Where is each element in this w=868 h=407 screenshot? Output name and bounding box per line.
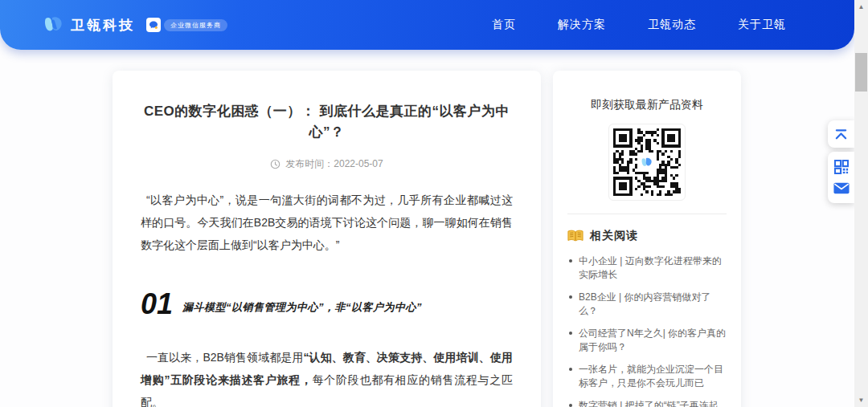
nav-item-solutions[interactable]: 解决方案 [558,18,606,32]
related-item[interactable]: 数字营销 | 把掉了的“链”子再连起来 [567,399,727,407]
logo[interactable]: 卫瓴科技 [44,16,135,35]
nav-item-news[interactable]: 卫瓴动态 [648,18,696,32]
top-navbar: 卫瓴科技 企业微信服务商 首页 解决方案 卫瓴动态 关于卫瓴 [0,0,854,50]
sidebar-card: 即刻获取最新产品资料 相关阅读 中小企业 | 迈向数字化进程带来的实际增长 B2… [553,71,741,407]
back-to-top-button[interactable] [828,120,854,148]
browser-scrollbar[interactable]: ▲ ▼ [854,0,868,407]
qr-section-title: 即刻获取最新产品资料 [567,98,727,112]
back-to-top-icon [834,128,848,140]
scrollbar-down-arrow[interactable]: ▼ [854,393,868,407]
wechat-work-icon [146,18,161,32]
qr-contact-button[interactable] [833,160,850,174]
section-title: 漏斗模型“以销售管理为中心”，非“以客户为中心” [182,300,422,317]
related-reading-title: 相关阅读 [590,229,638,243]
nav-item-home[interactable]: 首页 [492,18,516,32]
wechat-work-badge: 企业微信服务商 [146,18,227,32]
brand-area: 卫瓴科技 企业微信服务商 [44,16,227,35]
section-number: 01 [141,291,173,317]
clock-icon [270,159,280,169]
scrollbar-thumb[interactable] [855,53,867,92]
book-icon [567,230,583,242]
article-paragraph-1: “以客户为中心”，说是一句滥大街的词都不为过，几乎所有企业都喊过这样的口号。今天… [141,189,513,256]
related-item[interactable]: 一张名片，就能为企业沉淀一个目标客户，只是你不会玩儿而已 [567,363,727,390]
qr-grid-icon [834,160,849,174]
related-item[interactable]: 中小企业 | 迈向数字化进程带来的实际增长 [567,254,727,282]
qr-wrap [567,124,727,201]
main-nav: 首页 解决方案 卫瓴动态 关于卫瓴 [492,18,786,32]
publish-meta: 发布时间：2022-05-07 [141,157,513,171]
email-contact-button[interactable] [833,181,850,195]
section-heading: 01 漏斗模型“以销售管理为中心”，非“以客户为中心” [141,291,513,317]
envelope-icon [833,182,850,194]
related-reading-header: 相关阅读 [567,229,727,243]
contact-float-panel [828,152,854,203]
related-item[interactable]: B2B企业 | 你的内容营销做对了么？ [567,291,727,318]
sidebar-divider [567,214,727,214]
weiling-logo-icon [44,16,63,34]
scrollbar-up-arrow[interactable]: ▲ [854,0,868,14]
product-qr-code[interactable] [608,124,686,201]
badge-label: 企业微信服务商 [164,19,227,31]
publish-time: 发布时间：2022-05-07 [285,157,383,171]
article-title: CEO的数字化困惑（一）： 到底什么是真正的“以客户为中心”？ [141,101,513,143]
related-reading-list: 中小企业 | 迈向数字化进程带来的实际增长 B2B企业 | 你的内容营销做对了么… [567,254,727,407]
qr-center-logo-icon [638,153,656,171]
article-card: CEO的数字化困惑（一）： 到底什么是真正的“以客户为中心”？ 发布时间：202… [113,71,541,407]
nav-item-about[interactable]: 关于卫瓴 [738,18,786,32]
brand-name: 卫瓴科技 [71,16,135,35]
related-item[interactable]: 公司经营了N年之久| 你的客户真的属于你吗？ [567,327,727,354]
article-paragraph-2: 一直以来，B2B销售领域都是用“认知、教育、决策支持、使用培训、使用增购”五阶段… [141,346,513,407]
